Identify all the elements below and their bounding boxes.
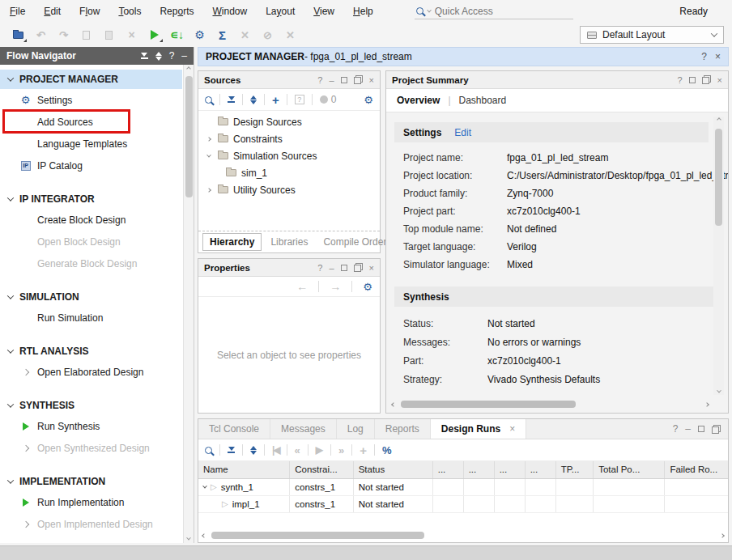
nav-section-simulation[interactable]: SIMULATION bbox=[0, 287, 182, 307]
layout-selector[interactable]: Default Layout bbox=[580, 26, 724, 44]
tab-tcl-console[interactable]: Tcl Console bbox=[198, 419, 270, 439]
simulator-language-link[interactable]: Mixed bbox=[507, 259, 533, 270]
maximize-icon[interactable] bbox=[698, 426, 704, 432]
tab-libraries[interactable]: Libraries bbox=[264, 234, 314, 250]
close-tab-icon[interactable]: × bbox=[509, 423, 515, 435]
copy-button[interactable] bbox=[76, 26, 96, 44]
minimize-icon[interactable]: – bbox=[685, 423, 691, 435]
settings-edit-link[interactable]: Edit bbox=[454, 127, 471, 138]
menu-flow[interactable]: Flow bbox=[79, 6, 100, 17]
nav-section-project-manager[interactable]: PROJECT MANAGER bbox=[0, 70, 182, 89]
nav-section-implementation[interactable]: IMPLEMENTATION bbox=[0, 472, 182, 491]
chevron-right-icon[interactable] bbox=[206, 137, 211, 142]
maximize-icon[interactable] bbox=[689, 77, 696, 83]
menu-window[interactable]: Window bbox=[212, 6, 247, 17]
close-icon[interactable]: × bbox=[715, 51, 721, 62]
help-box-icon[interactable]: ? bbox=[295, 95, 304, 104]
messages-badge[interactable]: 0 bbox=[320, 94, 337, 105]
step-button[interactable]: ∊↓ bbox=[167, 26, 187, 44]
scrollbar-thumb[interactable] bbox=[211, 532, 424, 539]
col-constraints[interactable]: Constrai... bbox=[290, 461, 353, 478]
tree-item-utility-sources[interactable]: Utility Sources bbox=[198, 181, 380, 198]
close-icon[interactable]: × bbox=[717, 75, 722, 85]
expand-all-icon[interactable] bbox=[250, 95, 257, 104]
run-button[interactable] bbox=[144, 26, 164, 44]
col-failed-routes[interactable]: Failed Ro... bbox=[665, 461, 728, 478]
scrollbar-thumb[interactable] bbox=[401, 401, 576, 408]
col-total-power[interactable]: Total Po... bbox=[594, 461, 665, 478]
col-status[interactable]: Status bbox=[353, 461, 432, 478]
summary-vertical-scrollbar[interactable] bbox=[713, 117, 724, 395]
nav-item-open-synthesized-design[interactable]: Open Synthesized Design bbox=[0, 437, 182, 459]
step-forward-icon[interactable]: » bbox=[338, 444, 344, 456]
abort-button[interactable]: ✕ bbox=[235, 26, 255, 44]
tab-overview[interactable]: Overview bbox=[397, 95, 440, 106]
nav-section-ip-integrator[interactable]: IP INTEGRATOR bbox=[0, 189, 182, 209]
col-tns[interactable]: TP... bbox=[555, 461, 594, 478]
flow-navigator-scrollbar[interactable] bbox=[183, 65, 194, 543]
expand-all-icon[interactable] bbox=[155, 52, 162, 61]
scroll-left-icon[interactable] bbox=[391, 402, 396, 407]
tab-reports[interactable]: Reports bbox=[375, 419, 431, 439]
tab-log[interactable]: Log bbox=[337, 419, 375, 439]
close-icon[interactable]: × bbox=[369, 263, 374, 273]
help-icon[interactable]: ? bbox=[169, 50, 175, 62]
add-icon[interactable]: + bbox=[360, 443, 367, 457]
tab-design-runs[interactable]: Design Runs × bbox=[431, 419, 526, 439]
nav-item-run-synthesis[interactable]: Run Synthesis bbox=[0, 415, 182, 437]
target-language-link[interactable]: Verilog bbox=[507, 241, 537, 252]
synthesis-strategy-link[interactable]: Vivado Synthesis Defaults bbox=[487, 374, 600, 385]
table-row-synth-1[interactable]: ▷synth_1 constrs_1 Not started bbox=[198, 478, 728, 495]
help-icon[interactable]: ? bbox=[673, 423, 679, 435]
expand-all-icon[interactable] bbox=[250, 446, 257, 455]
summary-horizontal-scrollbar[interactable] bbox=[392, 399, 709, 409]
nav-item-generate-block-design[interactable]: Generate Block Design bbox=[0, 252, 182, 274]
paste-button[interactable] bbox=[99, 26, 119, 44]
tab-compile-order[interactable]: Compile Order bbox=[317, 234, 393, 250]
minimize-icon[interactable]: – bbox=[181, 50, 187, 62]
float-icon[interactable] bbox=[712, 425, 721, 434]
maximize-icon[interactable] bbox=[341, 77, 347, 83]
scroll-down-icon[interactable] bbox=[717, 388, 721, 393]
tab-hierarchy[interactable]: Hierarchy bbox=[202, 233, 262, 251]
maximize-icon[interactable] bbox=[341, 265, 347, 271]
nav-item-open-elaborated-design[interactable]: Open Elaborated Design bbox=[0, 361, 182, 383]
nav-item-settings[interactable]: ⚙ Settings bbox=[0, 89, 182, 111]
scroll-right-icon[interactable] bbox=[720, 533, 725, 538]
chevron-down-icon[interactable] bbox=[206, 152, 211, 157]
col-misc[interactable]: ... bbox=[432, 461, 463, 478]
tree-item-design-sources[interactable]: Design Sources bbox=[198, 113, 380, 130]
help-icon[interactable]: ? bbox=[317, 263, 322, 273]
nav-item-ip-catalog[interactable]: IP IP Catalog bbox=[0, 155, 182, 176]
collapse-all-icon[interactable] bbox=[228, 447, 235, 453]
minimize-icon[interactable]: – bbox=[329, 263, 334, 273]
gear-icon[interactable]: ⚙ bbox=[363, 282, 372, 292]
scrollbar-thumb[interactable] bbox=[185, 76, 193, 197]
stop-button[interactable]: ✕ bbox=[280, 26, 300, 44]
collapse-all-icon[interactable] bbox=[228, 96, 235, 103]
step-back-icon[interactable]: « bbox=[295, 444, 300, 456]
chevron-right-icon[interactable] bbox=[206, 188, 211, 193]
redo-button[interactable]: ↷ bbox=[53, 26, 74, 44]
col-misc[interactable]: ... bbox=[463, 461, 494, 478]
scroll-left-icon[interactable] bbox=[202, 533, 206, 538]
forward-arrow-icon[interactable]: → bbox=[330, 280, 341, 293]
back-arrow-icon[interactable]: ← bbox=[296, 280, 308, 293]
search-icon[interactable] bbox=[205, 447, 212, 454]
collapse-all-icon[interactable] bbox=[141, 53, 148, 59]
nav-item-open-implemented-design[interactable]: Open Implemented Design bbox=[0, 513, 182, 535]
menu-tools[interactable]: Tools bbox=[118, 6, 141, 17]
help-icon[interactable]: ? bbox=[317, 75, 322, 85]
go-to-start-icon[interactable]: |◀ bbox=[272, 444, 279, 456]
nav-item-run-simulation[interactable]: Run Simulation bbox=[0, 307, 182, 329]
add-sources-icon[interactable]: + bbox=[272, 93, 279, 107]
help-icon[interactable]: ? bbox=[701, 51, 707, 62]
play-icon[interactable]: ▶ bbox=[316, 444, 323, 456]
col-misc[interactable]: ... bbox=[494, 461, 525, 478]
percent-icon[interactable]: % bbox=[382, 444, 392, 456]
scroll-right-icon[interactable] bbox=[704, 402, 709, 407]
nav-section-rtl-analysis[interactable]: RTL ANALYSIS bbox=[0, 342, 182, 361]
undo-button[interactable]: ↶ bbox=[31, 26, 51, 44]
gear-icon[interactable]: ⚙ bbox=[364, 95, 373, 105]
delete-button[interactable]: × bbox=[121, 26, 142, 44]
